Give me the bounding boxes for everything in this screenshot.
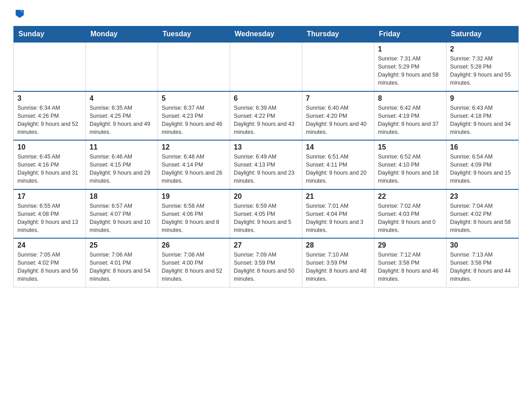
day-info: Sunrise: 6:43 AM Sunset: 4:18 PM Dayligh… <box>450 104 515 137</box>
calendar-cell: 17Sunrise: 6:55 AM Sunset: 4:08 PM Dayli… <box>14 189 86 239</box>
day-number: 30 <box>450 241 515 249</box>
day-number: 24 <box>17 241 82 249</box>
calendar-cell: 27Sunrise: 7:09 AM Sunset: 3:59 PM Dayli… <box>230 238 302 287</box>
day-number: 12 <box>162 143 226 151</box>
calendar-cell <box>302 42 374 91</box>
calendar-cell: 26Sunrise: 7:08 AM Sunset: 4:00 PM Dayli… <box>158 238 230 287</box>
calendar-cell: 21Sunrise: 7:01 AM Sunset: 4:04 PM Dayli… <box>302 189 374 239</box>
day-info: Sunrise: 6:58 AM Sunset: 4:06 PM Dayligh… <box>162 202 226 235</box>
calendar-cell: 1Sunrise: 7:31 AM Sunset: 5:29 PM Daylig… <box>374 42 446 91</box>
calendar-body: 1Sunrise: 7:31 AM Sunset: 5:29 PM Daylig… <box>14 42 519 287</box>
day-info: Sunrise: 7:09 AM Sunset: 3:59 PM Dayligh… <box>234 251 298 283</box>
day-info: Sunrise: 7:32 AM Sunset: 5:28 PM Dayligh… <box>450 55 515 87</box>
calendar-cell: 5Sunrise: 6:37 AM Sunset: 4:23 PM Daylig… <box>158 91 230 141</box>
day-number: 2 <box>450 45 515 53</box>
day-info: Sunrise: 7:01 AM Sunset: 4:04 PM Dayligh… <box>306 202 370 235</box>
calendar-table: SundayMondayTuesdayWednesdayThursdayFrid… <box>13 26 519 287</box>
weekday-header-sunday: Sunday <box>14 26 86 43</box>
calendar-cell <box>158 42 230 91</box>
day-number: 14 <box>306 143 370 151</box>
calendar-cell: 22Sunrise: 7:02 AM Sunset: 4:03 PM Dayli… <box>374 189 446 239</box>
day-info: Sunrise: 7:02 AM Sunset: 4:03 PM Dayligh… <box>378 202 442 235</box>
page-header <box>13 9 519 19</box>
day-number: 11 <box>90 143 154 151</box>
weekday-header-saturday: Saturday <box>446 26 519 43</box>
calendar-cell: 11Sunrise: 6:46 AM Sunset: 4:15 PM Dayli… <box>86 140 158 189</box>
day-info: Sunrise: 6:57 AM Sunset: 4:07 PM Dayligh… <box>90 202 154 235</box>
day-number: 17 <box>17 193 82 201</box>
calendar-cell: 7Sunrise: 6:40 AM Sunset: 4:20 PM Daylig… <box>302 91 374 141</box>
calendar-header: SundayMondayTuesdayWednesdayThursdayFrid… <box>14 26 519 43</box>
calendar-cell: 29Sunrise: 7:12 AM Sunset: 3:58 PM Dayli… <box>374 238 446 287</box>
day-info: Sunrise: 6:49 AM Sunset: 4:13 PM Dayligh… <box>234 153 298 185</box>
day-info: Sunrise: 7:13 AM Sunset: 3:58 PM Dayligh… <box>450 251 515 283</box>
calendar-cell: 2Sunrise: 7:32 AM Sunset: 5:28 PM Daylig… <box>446 42 519 91</box>
day-number: 9 <box>450 94 515 103</box>
calendar-week-row: 10Sunrise: 6:45 AM Sunset: 4:16 PM Dayli… <box>14 140 519 189</box>
day-number: 18 <box>90 193 154 201</box>
day-info: Sunrise: 7:12 AM Sunset: 3:58 PM Dayligh… <box>378 251 442 283</box>
day-number: 20 <box>234 193 298 201</box>
day-number: 29 <box>378 241 442 249</box>
day-info: Sunrise: 6:46 AM Sunset: 4:15 PM Dayligh… <box>90 153 154 185</box>
calendar-cell: 15Sunrise: 6:52 AM Sunset: 4:10 PM Dayli… <box>374 140 446 189</box>
day-number: 21 <box>306 193 370 201</box>
day-number: 7 <box>306 94 370 103</box>
day-info: Sunrise: 6:39 AM Sunset: 4:22 PM Dayligh… <box>234 104 298 137</box>
calendar-cell: 13Sunrise: 6:49 AM Sunset: 4:13 PM Dayli… <box>230 140 302 189</box>
day-info: Sunrise: 7:05 AM Sunset: 4:02 PM Dayligh… <box>17 251 82 283</box>
day-info: Sunrise: 7:10 AM Sunset: 3:59 PM Dayligh… <box>306 251 370 283</box>
weekday-header-thursday: Thursday <box>302 26 374 43</box>
logo-area <box>13 9 25 19</box>
day-info: Sunrise: 6:34 AM Sunset: 4:26 PM Dayligh… <box>17 104 82 137</box>
calendar-cell: 16Sunrise: 6:54 AM Sunset: 4:09 PM Dayli… <box>446 140 519 189</box>
day-number: 13 <box>234 143 298 151</box>
day-info: Sunrise: 7:08 AM Sunset: 4:00 PM Dayligh… <box>162 251 226 283</box>
logo-wrapper <box>13 9 25 19</box>
day-number: 4 <box>90 94 154 103</box>
calendar-cell <box>230 42 302 91</box>
day-number: 10 <box>17 143 82 151</box>
day-number: 26 <box>162 241 226 249</box>
day-number: 6 <box>234 94 298 103</box>
calendar-cell: 19Sunrise: 6:58 AM Sunset: 4:06 PM Dayli… <box>158 189 230 239</box>
calendar-cell: 30Sunrise: 7:13 AM Sunset: 3:58 PM Dayli… <box>446 238 519 287</box>
day-info: Sunrise: 6:59 AM Sunset: 4:05 PM Dayligh… <box>234 202 298 235</box>
calendar-cell: 20Sunrise: 6:59 AM Sunset: 4:05 PM Dayli… <box>230 189 302 239</box>
calendar-cell: 24Sunrise: 7:05 AM Sunset: 4:02 PM Dayli… <box>14 238 86 287</box>
calendar-cell: 28Sunrise: 7:10 AM Sunset: 3:59 PM Dayli… <box>302 238 374 287</box>
calendar-week-row: 1Sunrise: 7:31 AM Sunset: 5:29 PM Daylig… <box>14 42 519 91</box>
day-number: 22 <box>378 193 442 201</box>
weekday-header-wednesday: Wednesday <box>230 26 302 43</box>
day-number: 28 <box>306 241 370 249</box>
day-number: 23 <box>450 193 515 201</box>
day-number: 5 <box>162 94 226 103</box>
calendar-cell: 23Sunrise: 7:04 AM Sunset: 4:02 PM Dayli… <box>446 189 519 239</box>
calendar-cell: 6Sunrise: 6:39 AM Sunset: 4:22 PM Daylig… <box>230 91 302 141</box>
weekday-header-monday: Monday <box>86 26 158 43</box>
calendar-cell <box>86 42 158 91</box>
calendar-week-row: 3Sunrise: 6:34 AM Sunset: 4:26 PM Daylig… <box>14 91 519 141</box>
weekday-header-row: SundayMondayTuesdayWednesdayThursdayFrid… <box>14 26 519 43</box>
calendar-cell <box>14 42 86 91</box>
day-info: Sunrise: 7:04 AM Sunset: 4:02 PM Dayligh… <box>450 202 515 235</box>
day-number: 25 <box>90 241 154 249</box>
weekday-header-tuesday: Tuesday <box>158 26 230 43</box>
calendar-cell: 14Sunrise: 6:51 AM Sunset: 4:11 PM Dayli… <box>302 140 374 189</box>
calendar-cell: 9Sunrise: 6:43 AM Sunset: 4:18 PM Daylig… <box>446 91 519 141</box>
day-info: Sunrise: 7:06 AM Sunset: 4:01 PM Dayligh… <box>90 251 154 283</box>
calendar-week-row: 24Sunrise: 7:05 AM Sunset: 4:02 PM Dayli… <box>14 238 519 287</box>
calendar-week-row: 17Sunrise: 6:55 AM Sunset: 4:08 PM Dayli… <box>14 189 519 239</box>
weekday-header-friday: Friday <box>374 26 446 43</box>
day-info: Sunrise: 6:45 AM Sunset: 4:16 PM Dayligh… <box>17 153 82 185</box>
day-info: Sunrise: 6:48 AM Sunset: 4:14 PM Dayligh… <box>162 153 226 185</box>
day-number: 1 <box>378 45 442 53</box>
day-number: 8 <box>378 94 442 103</box>
logo-flag-icon <box>15 9 25 19</box>
day-number: 16 <box>450 143 515 151</box>
day-number: 27 <box>234 241 298 249</box>
day-number: 15 <box>378 143 442 151</box>
day-info: Sunrise: 6:54 AM Sunset: 4:09 PM Dayligh… <box>450 153 515 185</box>
calendar-cell: 8Sunrise: 6:42 AM Sunset: 4:19 PM Daylig… <box>374 91 446 141</box>
day-info: Sunrise: 6:37 AM Sunset: 4:23 PM Dayligh… <box>162 104 226 137</box>
